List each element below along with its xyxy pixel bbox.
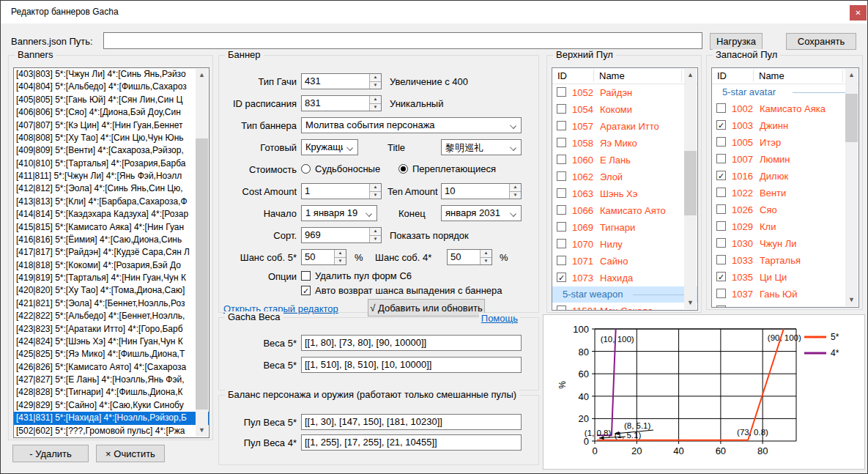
pool-row[interactable]: 11501Меч Сокола [552,303,697,311]
row-checkbox-icon[interactable] [557,171,566,181]
banner-list-item[interactable]: [410|810] 5*:[Тарталья] 4*:[Розария,Барб… [14,158,209,170]
row-checkbox-icon[interactable] [716,238,726,248]
spinner-arrows-icon[interactable]: ▲▼ [369,96,381,111]
banner-list-item[interactable]: [406|806] 5*:[Сяо] 4*:[Диона,Бэй Доу,Син [14,106,209,119]
close-button[interactable]: ✕ [850,5,867,21]
weights5b-input[interactable]: [[1, 510], [8, 510], [10, 10000]] [301,357,522,373]
scroll-down-icon[interactable]: ▼ [196,424,208,437]
banner-type-select[interactable]: Молитва события персонажа [301,117,522,133]
banner-list-item[interactable]: [428|828] 5*:[Тигнари] 4*:[Фишль,Диона,К [14,386,209,399]
pool-row[interactable]: 1030Чжун Ли [712,235,858,252]
ten-amount-spinner[interactable]: 10 ▲▼ [441,183,522,199]
gacha-type-spinner[interactable]: 431 ▲▼ [301,73,382,89]
row-checkbox-icon[interactable] [557,222,566,232]
save-button[interactable]: Сохранять [786,33,856,50]
banner-list-item[interactable]: [502|602] 5*:[???,Громовой пульс] 4*:[Рж… [14,425,209,437]
pool5-input[interactable]: [[1, 30], [147, 150], [181, 10230]] [301,414,522,430]
banner-list-item[interactable]: [404|804] 5*:[Альбедо] 4*:[Фишль,Сахароз [14,81,209,93]
pool-row[interactable]: 1033Тарталья [712,252,858,269]
cost-amount-spinner[interactable]: 1 ▲▼ [301,183,382,199]
row-checkbox-icon[interactable] [557,188,566,198]
banner-list-item[interactable]: [424|824] 5*:[Шэнь Хэ] 4*:[Нин Гуан,Чун … [14,336,209,348]
banner-list-item[interactable]: [420|820] 5*:[Ху Тао] 4*:[Тома,Диона,Саю… [14,284,209,297]
pool-row[interactable]: 1038Альбедо [712,303,858,308]
banner-list-item[interactable]: [415|815] 5*:[Камисато Аяка] 4*:[Нин Гуа… [14,221,209,234]
pool-row[interactable]: 1058Яэ Мико [552,135,697,152]
radio-fate[interactable]: Судьбоносные [301,163,380,174]
banner-list-item[interactable]: [425|825] 5*:[Яэ Мико] 4*:[Фишль,Диона,Т [14,348,209,360]
banner-list-item[interactable]: [431|831] 5*:[Нахида] 4*:[Ноэлль,Рэйзор,… [14,412,209,424]
spinner-arrows-icon[interactable]: ▲▼ [369,74,381,89]
banner-list-item[interactable]: [414|814] 5*:[Каэдэхара Кадзуха] 4*:[Роз… [14,208,209,221]
row-checkbox-icon[interactable] [716,154,726,163]
option-remove-c6-checkbox[interactable]: Удалить пул форм С6 [301,270,412,281]
banner-list-item[interactable]: [422|822] 5*:[Альбедо] 4*:[Беннет,Ноэлль… [14,310,209,322]
end-date-picker[interactable]: января 2031 [441,205,522,221]
banner-list-item[interactable]: [411|811] 5*:[Чжун Ли] 4*:[Янь Фэй,Ноэлл [14,170,209,182]
help-link[interactable]: Помощь [479,313,520,324]
load-button[interactable]: Нагрузка [710,33,763,50]
pool-row[interactable]: 1002Камисато Аяка [712,100,858,117]
banner-list-item[interactable]: [409|809] 5*:[Венти] 4*:[Сахароза,Рэйзор… [14,144,209,157]
row-checkbox-icon[interactable] [716,204,726,214]
weights5-input[interactable]: [[1, 80], [73, 80], [90, 10000]] [301,335,522,351]
banners-listbox[interactable]: [403|803] 5*:[Чжун Ли] 4*:[Синь Янь,Рэйз… [13,67,209,438]
scroll-down-icon[interactable]: ▼ [684,297,697,309]
row-checkbox-icon[interactable] [716,221,726,231]
scroll-up-icon[interactable]: ▲ [684,69,697,81]
spinner-arrows-icon[interactable]: ▲▼ [369,228,381,242]
row-checkbox-icon[interactable] [557,138,566,147]
banner-list-item[interactable]: [416|816] 5*:[Ёимия] 4*:[Саю,Диона,Синь [14,234,209,246]
clear-banners-button[interactable]: × Очистить [96,445,165,462]
reserve-pool-listview[interactable]: ID Name 5-star avatar1002Камисато Аяка✓1… [711,67,859,308]
scroll-thumb[interactable] [196,138,208,410]
chance5-spinner[interactable]: 50 ▲▼ [301,249,346,265]
spinner-arrows-icon[interactable]: ▲▼ [480,250,492,264]
pool-row[interactable]: 1052Райдэн [552,84,697,101]
pool-row[interactable]: 1062Элой [552,169,697,185]
row-checkbox-icon[interactable] [557,256,566,265]
row-checkbox-icon[interactable]: ✓ [716,120,726,130]
pool-row[interactable]: ✓1003Джинн [712,117,858,134]
pool-row[interactable]: 1037Гань Юй [712,286,858,303]
banner-list-item[interactable]: [419|819] 5*:[Тарталья] 4*:[Нин Гуан,Чун… [14,272,209,284]
banner-list-item[interactable]: [418|818] 5*:[Кокоми] 4*:[Розария,Бэй До [14,259,209,272]
row-checkbox-icon[interactable] [557,121,566,130]
schedule-id-spinner[interactable]: 831 ▲▼ [301,95,382,111]
pool-row[interactable]: 1022Венти [712,185,858,201]
delete-banner-button[interactable]: - Удалить [12,445,89,462]
row-checkbox-icon[interactable] [716,137,726,147]
scroll-thumb[interactable] [845,94,858,142]
pool-row[interactable]: 1005Итэр [712,134,858,151]
row-checkbox-icon[interactable] [716,305,726,308]
chance4-spinner[interactable]: 50 ▲▼ [447,249,492,265]
path-input[interactable] [103,32,702,49]
pool-row[interactable]: ✓1016Дилюк [712,168,858,185]
row-checkbox-icon[interactable] [716,103,726,113]
pool-row[interactable]: 1071Сайно [552,253,697,270]
banners-scrollbar[interactable]: ▲ ▼ [196,69,208,437]
scroll-thumb[interactable] [684,151,697,215]
pool-row[interactable]: 1029Кли [712,218,858,235]
pool4-input[interactable]: [[1, 255], [17, 255], [21, 10455]] [301,434,522,451]
pool-row[interactable]: 1026Сяо [712,201,858,218]
pool-header[interactable]: ID Name [552,68,697,84]
pool-header[interactable]: ID Name [712,68,858,84]
begin-date-picker[interactable]: 1 января 19 [301,205,377,221]
banner-list-item[interactable]: [408|808] 5*:[Ху Тао] 4*:[Син Цю,Чун Юнь [14,132,209,144]
banner-list-item[interactable]: [405|805] 5*:[Гань Юй] 4*:[Сян Лин,Син Ц [14,94,209,106]
upper-pool-scrollbar[interactable]: ▲ ▼ [684,69,697,309]
row-checkbox-icon[interactable] [557,205,566,215]
spinner-arrows-icon[interactable]: ▲▼ [509,184,521,199]
spinner-arrows-icon[interactable]: ▲▼ [369,184,381,199]
pool-row[interactable]: ✓1073Нахида [552,270,697,286]
radio-intertwined[interactable]: Переплетающиеся [398,163,496,174]
banner-list-item[interactable]: [427|827] 5*:[Е Лань] 4*:[Ноэлль,Янь Фэй… [14,374,209,386]
pool-row[interactable]: 1070Нилу [552,236,697,253]
pool-row[interactable]: 1066Камисато Аято [552,202,697,219]
row-checkbox-icon[interactable]: ✓ [716,171,726,180]
row-checkbox-icon[interactable] [716,289,726,298]
row-checkbox-icon[interactable] [557,305,566,311]
row-checkbox-icon[interactable] [557,87,566,97]
pool-row[interactable]: 1060Е Лань [552,152,697,169]
